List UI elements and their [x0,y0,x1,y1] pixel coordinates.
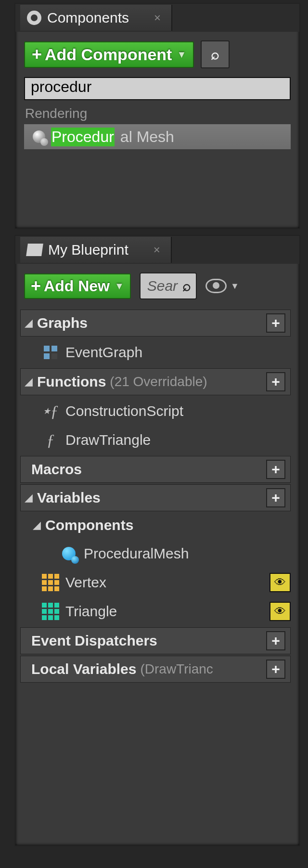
blueprint-tab[interactable]: My Blueprint × [20,237,172,263]
category-graphs[interactable]: ◢ Graphs + [20,310,291,337]
component-var-label: ProceduralMesh [84,545,189,562]
category-functions[interactable]: ◢ Functions (21 Overridable) + [20,368,291,395]
graph-item-eventgraph[interactable]: EventGraph [42,338,291,367]
component-type-icon [33,130,45,143]
search-section-label: Rendering [24,103,291,124]
add-graph-button[interactable]: + [266,313,285,333]
expand-arrow-icon: ◢ [25,317,37,329]
visibility-toggle-button[interactable]: 👁 [270,602,291,621]
close-icon[interactable]: × [134,243,160,257]
category-label: Graphs [37,315,88,331]
add-component-label: Add Component [45,45,172,64]
book-icon [26,244,43,256]
graph-item-label: EventGraph [65,344,142,361]
search-result-highlight: Procedur [51,128,115,146]
chevron-down-icon: ▼ [175,49,186,60]
close-icon[interactable]: × [135,11,161,25]
subcategory-label: Components [45,517,133,533]
search-result-procedural-mesh[interactable]: Procedural Mesh [24,124,291,149]
variable-item-vertex[interactable]: Vertex 👁 [42,568,291,597]
search-placeholder: Sear [147,278,178,294]
chevron-down-icon: ▼ [231,281,239,291]
category-label: Macros [31,461,82,478]
function-icon: ƒ [42,431,59,449]
subcategory-components[interactable]: ◢ Components [29,513,291,538]
component-search-value: procedur [31,78,91,95]
eye-icon [205,279,227,293]
function-item-constructionscript[interactable]: ★ƒ ConstructionScript [42,397,291,426]
category-event-dispatchers[interactable]: Event Dispatchers + [20,627,291,654]
category-local-variables[interactable]: Local Variables (DrawTrianc + [20,656,291,683]
visibility-filter-dropdown[interactable]: ▼ [205,279,239,293]
function-override-icon: ★ƒ [42,402,59,420]
add-local-variable-button[interactable]: + [266,660,285,679]
add-new-label: Add New [44,277,110,295]
plus-icon: + [32,46,42,63]
category-label: Event Dispatchers [31,633,157,649]
graph-icon [44,346,57,359]
category-variables[interactable]: ◢ Variables + [20,484,291,511]
array-icon [42,574,59,591]
add-new-button[interactable]: + Add New ▼ [24,273,131,299]
search-icon: ⌕ [182,278,191,294]
search-button[interactable]: ⌕ [201,40,230,68]
variable-item-triangle[interactable]: Triangle 👁 [42,597,291,626]
expand-arrow-icon: ◢ [33,519,45,531]
add-component-button[interactable]: + Add Component ▼ [24,41,194,68]
plus-icon: + [31,277,41,295]
blueprint-search-input[interactable]: Sear ⌕ [140,272,197,299]
add-variable-button[interactable]: + [266,488,285,507]
add-function-button[interactable]: + [266,372,285,391]
components-tab[interactable]: Components × [20,5,172,31]
local-vars-scope: (DrawTrianc [140,661,213,677]
array-icon [42,603,59,620]
search-icon: ⌕ [211,46,219,63]
functions-override-count: (21 Overridable) [110,374,207,389]
function-item-label: ConstructionScript [65,403,183,419]
blueprint-tabbar: My Blueprint × [15,236,299,264]
category-macros[interactable]: Macros + [20,456,291,483]
component-var-proceduralmesh[interactable]: ProceduralMesh [61,539,291,568]
visibility-toggle-button[interactable]: 👁 [270,573,291,592]
expand-arrow-icon: ◢ [25,376,37,388]
gear-icon [27,11,41,25]
blueprint-tab-label: My Blueprint [48,242,128,258]
search-result-rest: al Mesh [120,128,174,146]
category-label: Variables [37,490,101,506]
function-item-drawtriangle[interactable]: ƒ DrawTriangle [42,426,291,454]
chevron-down-icon: ▼ [113,281,124,292]
components-tab-label: Components [47,10,129,26]
component-search-input[interactable]: procedur [24,77,291,100]
category-label: Local Variables [31,661,136,677]
variable-label: Triangle [65,603,117,620]
category-label: Functions [37,374,106,390]
expand-arrow-icon: ◢ [25,492,37,504]
add-dispatcher-button[interactable]: + [266,631,285,650]
components-tabbar: Components × [15,4,299,32]
variable-label: Vertex [65,574,106,591]
add-macro-button[interactable]: + [266,460,285,479]
function-item-label: DrawTriangle [65,432,151,448]
component-icon [62,547,76,560]
